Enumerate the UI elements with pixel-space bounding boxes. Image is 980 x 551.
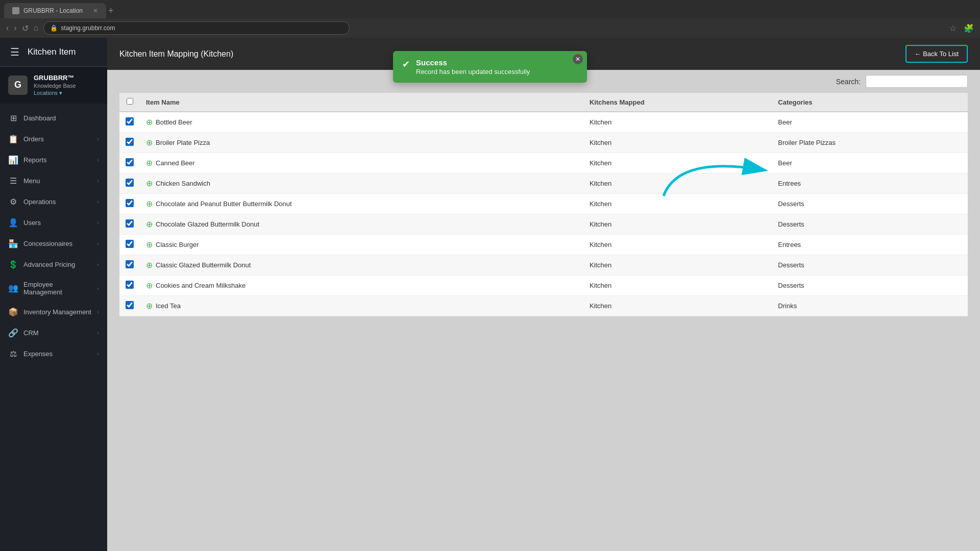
forward-nav-button[interactable]: › xyxy=(14,23,16,33)
sidebar-item-advanced-pricing[interactable]: 💲 Advanced Pricing › xyxy=(0,254,107,275)
col-item-name: Item Name xyxy=(140,93,583,112)
toast-title: Success xyxy=(416,58,530,67)
table-body: ⊕ Bottled Beer Kitchen Beer ⊕ Broiler Pl… xyxy=(119,112,968,316)
search-input[interactable] xyxy=(866,75,968,88)
hamburger-icon[interactable]: ☰ xyxy=(10,46,19,58)
row-checkbox[interactable] xyxy=(126,240,134,248)
sidebar-item-reports[interactable]: 📊 Reports › xyxy=(0,149,107,170)
row-category: Beer xyxy=(772,112,968,133)
row-category: Drinks xyxy=(772,296,968,316)
row-checkbox-cell xyxy=(119,235,140,255)
nav-icon: ⚖ xyxy=(8,349,18,359)
sidebar-item-expenses[interactable]: ⚖ Expenses › xyxy=(0,343,107,364)
nav-arrow-icon: › xyxy=(97,219,99,226)
row-checkbox[interactable] xyxy=(126,158,134,166)
sidebar-item-operations[interactable]: ⚙ Operations › xyxy=(0,191,107,212)
page-title: Kitchen Item xyxy=(28,47,76,57)
back-nav-button[interactable]: ‹ xyxy=(6,23,9,33)
extensions-icon[interactable]: 🧩 xyxy=(964,23,974,33)
nav-arrow-icon: › xyxy=(97,350,99,357)
row-kitchen: Kitchen xyxy=(583,153,772,173)
nav-arrow-icon: › xyxy=(97,261,99,267)
nav-arrow-icon: › xyxy=(97,136,99,142)
row-checkbox-cell xyxy=(119,296,140,316)
table-row: ⊕ Chicken Sandwich Kitchen Entrees xyxy=(119,173,968,194)
sidebar-item-crm[interactable]: 🔗 CRM › xyxy=(0,322,107,343)
sidebar-item-concessionaires[interactable]: 🏪 Concessionaires › xyxy=(0,233,107,254)
select-all-checkbox[interactable] xyxy=(127,98,133,105)
row-checkbox[interactable] xyxy=(126,260,134,268)
col-categories: Categories xyxy=(772,93,968,112)
nav-arrow-icon: › xyxy=(97,285,99,291)
sidebar-item-employee-management[interactable]: 👥 Employee Management › xyxy=(0,275,107,302)
row-checkbox[interactable] xyxy=(126,117,134,126)
toast-overlay: ✔ Success Record has been updated succes… xyxy=(393,51,587,83)
table-row: ⊕ Classic Glazed Buttermilk Donut Kitche… xyxy=(119,255,968,276)
row-checkbox[interactable] xyxy=(126,138,134,146)
status-dot-icon: ⊕ xyxy=(146,179,153,188)
toast-close-button[interactable]: ✕ xyxy=(573,54,583,64)
row-category: Desserts xyxy=(772,276,968,296)
reload-button[interactable]: ↺ xyxy=(22,23,29,33)
sidebar-item-dashboard[interactable]: ⊞ Dashboard xyxy=(0,108,107,129)
row-kitchen: Kitchen xyxy=(583,173,772,194)
address-bar[interactable]: 🔒 staging.grubbrr.com xyxy=(43,21,350,35)
item-name-text: Canned Beer xyxy=(156,159,195,167)
location-selector[interactable]: Locations ▾ xyxy=(34,90,76,96)
row-kitchen: Kitchen xyxy=(583,214,772,235)
row-kitchen: Kitchen xyxy=(583,235,772,255)
search-label: Search: xyxy=(836,78,861,86)
nav-icon: 📊 xyxy=(8,155,18,165)
nav-icon: 💲 xyxy=(8,260,18,269)
row-item-name: ⊕ Chicken Sandwich xyxy=(140,173,583,194)
row-checkbox-cell xyxy=(119,255,140,276)
nav-label: Users xyxy=(23,219,92,227)
row-kitchen: Kitchen xyxy=(583,255,772,276)
browser-tab-active[interactable]: GRUBBRR - Location ✕ xyxy=(4,3,106,18)
home-button[interactable]: ⌂ xyxy=(34,23,39,33)
row-checkbox-cell xyxy=(119,133,140,153)
nav-icon: 👥 xyxy=(8,283,18,293)
row-item-name: ⊕ Chocolate and Peanut Butter Buttermilk… xyxy=(140,194,583,214)
sidebar-item-users[interactable]: 👤 Users › xyxy=(0,212,107,233)
tab-favicon xyxy=(12,7,19,14)
star-icon[interactable]: ☆ xyxy=(949,23,957,33)
nav-label: Reports xyxy=(23,156,92,164)
sidebar-item-inventory-management[interactable]: 📦 Inventory Management › xyxy=(0,302,107,322)
kitchen-items-table: Item Name Kitchens Mapped Categories ⊕ B… xyxy=(119,93,968,316)
row-item-name: ⊕ Cookies and Cream Milkshake xyxy=(140,276,583,296)
tab-title: GRUBBRR - Location xyxy=(23,7,89,14)
row-checkbox-cell xyxy=(119,214,140,235)
row-item-name: ⊕ Chocolate Glazed Buttermilk Donut xyxy=(140,214,583,235)
row-checkbox[interactable] xyxy=(126,199,134,207)
sidebar-item-menu[interactable]: ☰ Menu › xyxy=(0,170,107,191)
nav-icon: 🏪 xyxy=(8,239,18,248)
tab-close-icon[interactable]: ✕ xyxy=(93,7,98,14)
new-tab-button[interactable]: + xyxy=(108,6,114,16)
row-checkbox[interactable] xyxy=(126,179,134,187)
nav-icon: ⚙ xyxy=(8,197,18,207)
sidebar-brand-info: GRUBBRR™ Knowledge Base Locations ▾ xyxy=(34,74,76,96)
row-item-name: ⊕ Classic Glazed Buttermilk Donut xyxy=(140,255,583,276)
row-category: Desserts xyxy=(772,214,968,235)
sidebar-nav: ⊞ Dashboard 📋 Orders › 📊 Reports › ☰ Men… xyxy=(0,104,107,551)
row-kitchen: Kitchen xyxy=(583,133,772,153)
col-checkbox xyxy=(119,93,140,112)
row-kitchen: Kitchen xyxy=(583,112,772,133)
row-checkbox[interactable] xyxy=(126,281,134,289)
row-category: Entrees xyxy=(772,173,968,194)
row-checkbox[interactable] xyxy=(126,301,134,309)
nav-icon: 👤 xyxy=(8,218,18,228)
row-checkbox[interactable] xyxy=(126,219,134,228)
item-name-text: Classic Glazed Buttermilk Donut xyxy=(156,261,251,269)
browser-toolbar: ‹ › ↺ ⌂ 🔒 staging.grubbrr.com ☆ 🧩 xyxy=(0,18,980,38)
nav-label: Menu xyxy=(23,177,92,185)
status-dot-icon: ⊕ xyxy=(146,117,153,127)
app-container: ☰ Kitchen Item G GRUBBRR™ Knowledge Base… xyxy=(0,38,980,551)
row-checkbox-cell xyxy=(119,112,140,133)
nav-icon: 📋 xyxy=(8,134,18,144)
row-category: Desserts xyxy=(772,255,968,276)
back-to-list-button[interactable]: ← Back To List xyxy=(905,45,968,63)
sidebar-item-orders[interactable]: 📋 Orders › xyxy=(0,129,107,149)
success-toast: ✔ Success Record has been updated succes… xyxy=(393,51,587,83)
